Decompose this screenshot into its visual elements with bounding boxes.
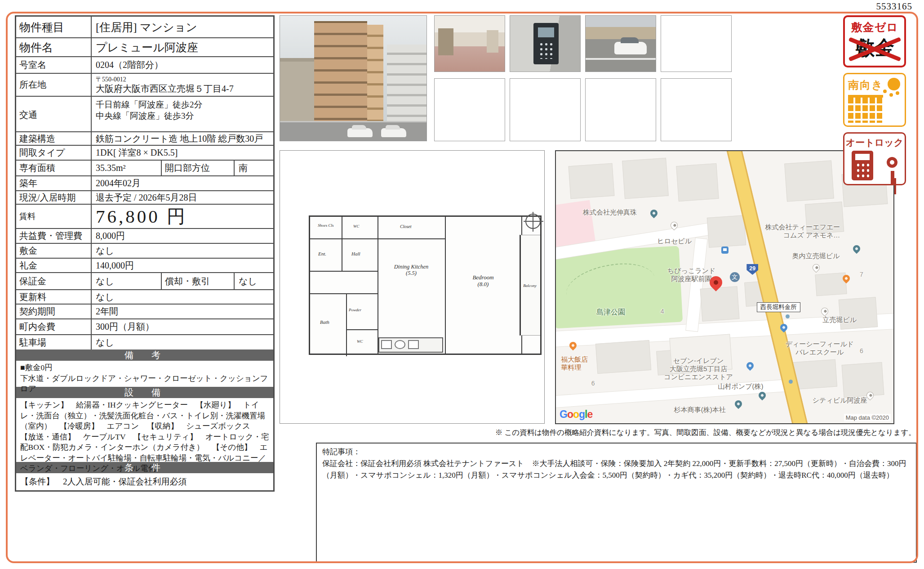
room-label-wc: WC xyxy=(353,224,360,228)
row-label: 共益費・管理費 xyxy=(16,229,92,243)
intercom-panel-icon xyxy=(852,151,873,180)
table-row: 駐車場 なし xyxy=(16,334,273,349)
badge-no-deposit: 敷金ゼロ 敷金 xyxy=(843,15,906,67)
table-row: 礼金 140,000円 xyxy=(16,258,273,272)
row-label: 物件種目 xyxy=(16,17,92,37)
main-exterior-photo xyxy=(280,15,427,141)
map-label: 株式会社光伸真珠 xyxy=(583,208,637,216)
room-label-bath: Bath xyxy=(320,319,329,325)
map-label: ちびっこランド 阿波座駅前園 xyxy=(667,267,715,283)
map-building xyxy=(815,273,847,296)
row-label: 間取タイプ xyxy=(16,146,92,160)
table-row: 物件種目 [住居用] マンション xyxy=(16,17,273,37)
row-label: 建築構造 xyxy=(16,132,92,145)
empty-photo-frame xyxy=(510,78,581,141)
bus-stop-icon xyxy=(721,246,729,254)
map-label: ディーシーフィールド バレエスクール xyxy=(786,340,854,356)
map-pin xyxy=(811,263,821,273)
map-building xyxy=(842,362,884,398)
convenience-store-pin xyxy=(745,361,755,371)
row-value: 2004年02月 xyxy=(92,176,273,190)
conditions-body: 【条件】 2人入居可能・保証会社利用必須 xyxy=(16,473,273,490)
table-row: 契約期間 2年間 xyxy=(16,304,273,318)
remarks-line: ■敷金0円 xyxy=(20,363,269,373)
map-building xyxy=(700,286,739,321)
row-label: 礼金 xyxy=(16,259,92,272)
map-label: 4 xyxy=(661,308,664,315)
special-notes-body: 保証会社：保証会社利用必須 株式会社テナントファースト ※大手法人相談可・保険：… xyxy=(322,458,911,481)
bedroom-name: Bedroom xyxy=(472,274,493,281)
map-building xyxy=(784,161,834,202)
map-label: セブン-イレブン 大阪立売堀5丁目店 コンビニエンスストア xyxy=(664,357,733,381)
rent-value: 76,800 円 xyxy=(92,205,273,228)
table-row: 現況/入居時期 退去予定 / 2026年5月28日 xyxy=(16,190,273,204)
bedroom-size: (8.0) xyxy=(478,281,489,287)
photo-building-small xyxy=(280,58,320,121)
row-label: 交通 xyxy=(16,97,92,131)
row-value: 鉄筋コンクリート造 地上10階 総戸数30戸 xyxy=(92,132,273,145)
table-row: 専有面積 35.35m² 開口部方位 南 xyxy=(16,160,273,175)
table-row: 町内会費 300円（月額） xyxy=(16,318,273,334)
map-label: 島津公園 xyxy=(596,308,625,316)
map-label: 山村ポンプ(株) xyxy=(718,382,763,390)
kitchen-sink xyxy=(395,340,405,349)
address-text: 大阪府大阪市西区立売堀５丁目4-7 xyxy=(96,83,234,94)
section-header-equipment: 設 備 xyxy=(16,387,273,398)
dk-size: (5.5) xyxy=(406,270,417,276)
equipment-body: 【キッチン】 給湯器・IHクッキングヒーター 【水廻り】 トイレ・洗面台（独立）… xyxy=(16,398,273,462)
row-value: なし xyxy=(92,244,273,258)
map-label: ヒロセビル xyxy=(657,237,692,245)
kitchen-fixture xyxy=(408,340,419,349)
special-notes-title: 特記事項： xyxy=(322,446,911,458)
row-value: プレミュール阿波座 xyxy=(92,38,273,56)
table-row: 号室名 0204（2階部分） xyxy=(16,56,273,73)
row-value: 35.35m² xyxy=(92,161,161,175)
table-row: 建築構造 鉄筋コンクリート造 地上10階 総戸数30戸 xyxy=(16,131,273,145)
map-label: 杉本商事(株)本社 xyxy=(674,406,726,414)
table-row: 共益費・管理費 8,000円 xyxy=(16,228,273,243)
street-photo xyxy=(585,15,656,72)
row-label: 現況/入居時期 xyxy=(16,191,92,204)
photo-building-main xyxy=(314,21,367,121)
compass-icon xyxy=(525,214,541,229)
kitchen-fixture xyxy=(381,340,392,349)
map-building xyxy=(839,297,878,329)
table-row: 交通 千日前線「阿波座」徒歩2分 中央線「阿波座」徒歩3分 xyxy=(16,96,273,131)
building-icon xyxy=(848,95,883,123)
map-label: 奥内立売堀ビル xyxy=(792,252,840,260)
row-value: 0204（2階部分） xyxy=(92,57,273,73)
remarks-body: ■敷金0円 下水道・ダブルロックドア・シャワー・クローゼット・クッションフロア xyxy=(16,361,273,387)
room-label-dk: Dining Kitchen (5.5) xyxy=(381,264,441,277)
school-icon: 文 xyxy=(730,272,740,282)
photo-intercom-panel xyxy=(533,23,559,64)
wall xyxy=(445,217,446,354)
row-value: 140,000円 xyxy=(92,259,273,272)
photo-door xyxy=(487,30,498,53)
map-building xyxy=(622,158,668,199)
row-value-2: なし xyxy=(235,273,273,289)
floor-plan-box: Shoes Cls WC Closet Ent. Hall Bath Powde… xyxy=(280,150,545,424)
photo-door xyxy=(438,28,453,55)
badge-title: オートロック xyxy=(844,136,905,149)
map-building xyxy=(707,215,746,247)
crossed-out-deposit-word: 敷金 xyxy=(853,36,896,60)
row-value: 1DK[ 洋室8 × DK5.5] xyxy=(92,146,273,160)
row-label: 敷金 xyxy=(16,244,92,258)
map-label: 西長堀料金所 xyxy=(757,302,800,312)
room-label-powder: Powder xyxy=(349,308,361,312)
row-value: なし xyxy=(92,335,273,349)
row-value: 300円（月額） xyxy=(92,319,273,334)
row-value: 2年間 xyxy=(92,305,273,318)
badge-auto-lock: オートロック xyxy=(843,132,906,185)
photo-road-line xyxy=(586,58,656,60)
row-label: 専有面積 xyxy=(16,161,92,175)
special-notes-box: 特記事項： 保証会社：保証会社利用必須 株式会社テナントファースト ※大手法人相… xyxy=(316,443,917,563)
room-label-ent: Ent. xyxy=(318,251,326,257)
room-label-bedroom: Bedroom (8.0) xyxy=(454,274,512,288)
map-label: シティビル阿波座 xyxy=(813,396,867,404)
sun-icon xyxy=(888,78,900,90)
intercom-photo xyxy=(510,15,581,72)
photo-car xyxy=(347,128,373,137)
row-value: 退去予定 / 2026年5月28日 xyxy=(92,191,273,204)
floor-plan-drawing: Shoes Cls WC Closet Ent. Hall Bath Powde… xyxy=(309,215,542,355)
